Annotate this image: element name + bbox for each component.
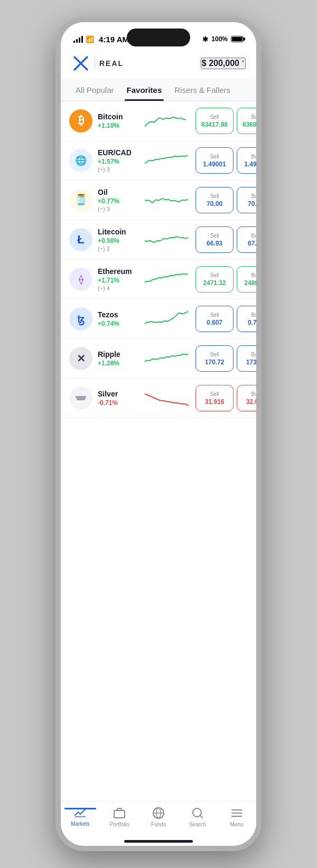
- logo-area: REAL: [71, 54, 124, 73]
- status-right: ✱ 100%: [202, 35, 244, 43]
- asset-spread: (~) 3: [98, 166, 137, 173]
- sell-button-ripple[interactable]: Sell 170.72: [195, 345, 234, 372]
- buy-price: 70.08: [248, 200, 256, 207]
- power-button[interactable]: [260, 138, 262, 191]
- asset-info-ethereum: Ethereum +1.71% (~) 4: [98, 267, 137, 291]
- asset-change: +1.71%: [98, 277, 137, 284]
- tab-favorites[interactable]: Favorites: [120, 78, 169, 101]
- sell-button-oil[interactable]: Sell 70.00: [195, 187, 234, 213]
- nav-item-markets[interactable]: Markets: [64, 808, 96, 827]
- asset-icon-oil: 🫙: [69, 188, 92, 212]
- buy-label: Buy: [251, 352, 256, 357]
- trade-buttons-silver: Sell 31.916 Buy 32.016: [195, 385, 256, 411]
- nav-icon-markets: [74, 806, 87, 819]
- asset-name: Litecoin: [98, 228, 137, 236]
- volume-down-button[interactable]: [55, 178, 57, 214]
- buy-label: Buy: [251, 114, 256, 120]
- asset-info-eur-cad: EUR/CAD +1.57% (~) 3: [98, 148, 137, 173]
- sell-button-eur-cad[interactable]: Sell 1.49001: [195, 147, 234, 174]
- svg-rect-17: [77, 398, 85, 400]
- asset-change: +1.10%: [98, 122, 137, 129]
- nav-item-funds[interactable]: Funds: [143, 807, 174, 827]
- volume-up-button[interactable]: [55, 136, 57, 172]
- buy-label: Buy: [251, 193, 256, 199]
- signal-icon: [73, 35, 83, 43]
- buy-price: 2489.90: [244, 279, 256, 287]
- notch: [127, 29, 190, 46]
- asset-info-bitcoin: Bitcoin +1.10%: [98, 112, 137, 129]
- sell-button-bitcoin[interactable]: Sell 63417.98: [195, 108, 234, 134]
- asset-name: Oil: [98, 188, 137, 196]
- sell-label: Sell: [210, 114, 219, 120]
- chart-eur-cad: [143, 149, 190, 172]
- tab-risers-fallers[interactable]: Risers & Fallers: [168, 78, 237, 101]
- svg-line-24: [200, 816, 202, 818]
- asset-info-silver: Silver -0.71%: [98, 390, 137, 407]
- buy-price: 1.49088: [244, 161, 256, 168]
- chart-silver: [143, 386, 190, 410]
- mute-button[interactable]: [55, 107, 57, 126]
- logo-text: REAL: [99, 59, 124, 68]
- tab-all-popular[interactable]: All Popular: [69, 78, 120, 101]
- battery-icon: [231, 36, 244, 42]
- asset-change: +0.74%: [98, 320, 137, 327]
- sell-button-ethereum[interactable]: Sell 2471.32: [195, 266, 234, 293]
- tabs-row: All PopularFavoritesRisers & Fallers: [61, 78, 256, 101]
- nav-icon-search: [191, 807, 204, 819]
- sell-button-tezos[interactable]: Sell 0.607: [195, 306, 234, 332]
- buy-label: Buy: [251, 391, 256, 397]
- buy-price: 0.757: [248, 319, 256, 326]
- nav-item-portfolio[interactable]: Portfolio: [104, 807, 135, 827]
- nav-item-menu[interactable]: Menu: [221, 807, 253, 827]
- buy-button-bitcoin[interactable]: Buy 63685.08: [237, 108, 256, 134]
- chart-bitcoin: [143, 109, 190, 133]
- bluetooth-icon: ✱: [202, 35, 208, 43]
- sell-price: 170.72: [205, 358, 225, 366]
- sell-price: 1.49001: [203, 161, 226, 168]
- asset-icon-bitcoin: ₿: [69, 109, 92, 133]
- sell-label: Sell: [210, 312, 219, 318]
- asset-icon-eur-cad: 🌐: [69, 149, 92, 172]
- asset-info-tezos: Tezos +0.74%: [98, 310, 137, 327]
- asset-row-bitcoin: ₿ Bitcoin +1.10% Sell 63417.98 Buy 63685…: [61, 101, 256, 141]
- asset-spread: (~) 4: [98, 285, 137, 291]
- nav-icon-menu: [230, 807, 243, 819]
- asset-info-litecoin: Litecoin +0.50% (~) 2: [98, 228, 137, 252]
- buy-button-tezos[interactable]: Buy 0.757: [237, 306, 256, 332]
- asset-spread: (~) 3: [98, 206, 137, 212]
- svg-text:⟠: ⟠: [79, 274, 83, 285]
- svg-text:₿: ₿: [78, 114, 84, 127]
- buy-button-litecoin[interactable]: Buy 67.83: [237, 227, 256, 253]
- nav-label-search: Search: [189, 822, 206, 827]
- nav-item-search[interactable]: Search: [182, 807, 213, 827]
- asset-change: -0.71%: [98, 399, 137, 407]
- asset-name: Ethereum: [98, 267, 137, 276]
- chart-oil: [143, 188, 190, 212]
- buy-button-silver[interactable]: Buy 32.016: [237, 385, 256, 411]
- sell-label: Sell: [210, 193, 219, 199]
- asset-list[interactable]: ₿ Bitcoin +1.10% Sell 63417.98 Buy 63685…: [61, 101, 256, 801]
- trade-buttons-ethereum: Sell 2471.32 Buy 2489.90: [195, 266, 256, 293]
- buy-button-ripple[interactable]: Buy 173.12: [237, 345, 256, 372]
- asset-row-ripple: ✕ Ripple +1.28% Sell 170.72 Buy 173.12: [61, 339, 256, 379]
- nav-label-markets: Markets: [71, 821, 90, 827]
- phone-screen: 📶 4:19 AM ✱ 100% REAL: [61, 22, 256, 846]
- asset-row-oil: 🫙 Oil +0.77% (~) 3 Sell 70.00 Buy 70.08: [61, 181, 256, 220]
- buy-price: 67.83: [248, 240, 256, 247]
- buy-label: Buy: [251, 233, 256, 239]
- buy-button-oil[interactable]: Buy 70.08: [237, 187, 256, 213]
- asset-change: +1.57%: [98, 158, 137, 165]
- sell-button-silver[interactable]: Sell 31.916: [195, 385, 234, 411]
- nav-label-portfolio: Portfolio: [110, 822, 129, 827]
- buy-button-ethereum[interactable]: Buy 2489.90: [237, 266, 256, 293]
- buy-label: Buy: [251, 272, 256, 278]
- buy-button-eur-cad[interactable]: Buy 1.49088: [237, 147, 256, 174]
- logo-divider: [95, 57, 95, 70]
- balance-button[interactable]: $ 200,000 ˅: [201, 58, 246, 69]
- sell-price: 63417.98: [201, 121, 228, 128]
- sell-button-litecoin[interactable]: Sell 66.93: [195, 227, 234, 253]
- chevron-down-icon: ˅: [241, 60, 245, 67]
- asset-row-tezos: ꜩ Tezos +0.74% Sell 0.607 Buy 0.757: [61, 299, 256, 339]
- svg-text:🫙: 🫙: [74, 193, 88, 206]
- trade-buttons-ripple: Sell 170.72 Buy 173.12: [195, 345, 256, 372]
